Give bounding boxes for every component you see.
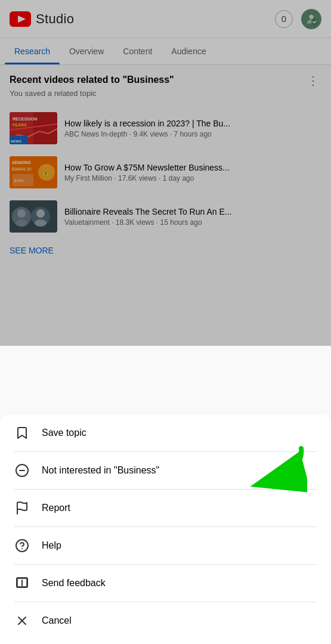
feedback-label: Send feedback — [42, 578, 106, 589]
sheet-item-cancel[interactable]: Cancel — [0, 602, 331, 639]
feedback-icon — [14, 575, 30, 591]
cancel-label: Cancel — [42, 615, 72, 626]
bottom-sheet: Save topic Not interested in "Business" — [0, 414, 331, 644]
sheet-item-feedback[interactable]: Send feedback — [0, 565, 331, 602]
help-circle-icon — [14, 538, 30, 553]
green-arrow — [242, 445, 307, 496]
save-topic-label: Save topic — [42, 428, 86, 438]
sheet-item-save-topic[interactable]: Save topic — [0, 414, 331, 451]
flag-icon — [14, 500, 30, 516]
report-label: Report — [42, 503, 70, 513]
sheet-item-help[interactable]: Help — [0, 527, 331, 564]
sheet-item-not-interested[interactable]: Not interested in "Business" — [0, 452, 331, 489]
not-interested-label: Not interested in "Business" — [42, 465, 159, 476]
help-label: Help — [42, 540, 61, 551]
backdrop-overlay[interactable] — [0, 0, 331, 346]
svg-point-39 — [21, 584, 23, 586]
bookmark-icon — [14, 425, 30, 441]
minus-circle-icon — [14, 463, 30, 478]
close-icon — [14, 613, 30, 628]
sheet-item-report[interactable]: Report — [0, 490, 331, 527]
